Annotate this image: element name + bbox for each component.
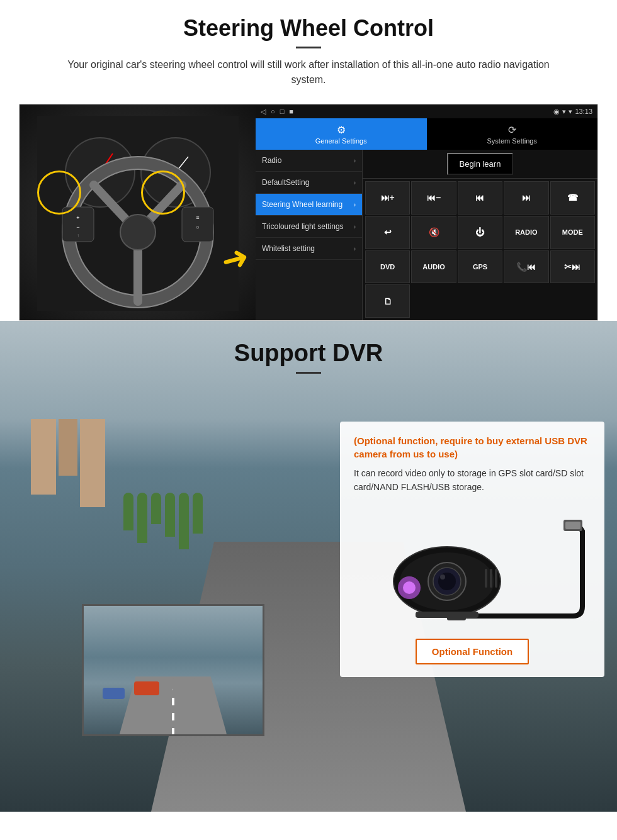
steering-wheel-section: Steering Wheel Control Your original car… xyxy=(0,0,617,321)
steering-demo-block: + − ↑ ≡ ○ ➜ ◁ ○ xyxy=(19,104,598,321)
building-1 xyxy=(31,419,56,495)
menu-tricoloured-label: Tricoloured light settings xyxy=(262,222,344,231)
svg-text:+: + xyxy=(76,215,79,221)
back-icon[interactable]: ◁ xyxy=(261,108,266,116)
menu-defaultsetting-label: DefaultSetting xyxy=(262,178,309,187)
begin-learn-button[interactable]: Begin learn xyxy=(447,153,514,175)
android-content: Radio › DefaultSetting › Steering Wheel … xyxy=(256,150,597,320)
home-icon[interactable]: ○ xyxy=(271,108,275,116)
svg-point-29 xyxy=(440,574,445,580)
dvr-preview-image xyxy=(82,604,264,736)
ctrl-prev-track[interactable]: ⏮ xyxy=(458,181,502,215)
location-icon: ◉ xyxy=(553,108,560,116)
dvr-optional-text: (Optional function, require to buy exter… xyxy=(354,434,591,461)
menu-steering-label: Steering Wheel learning xyxy=(262,200,342,209)
chevron-right-icon-3: › xyxy=(354,201,356,208)
menu-item-whitelist[interactable]: Whitelist setting › xyxy=(256,238,362,260)
tree-2 xyxy=(137,493,147,543)
tree-1 xyxy=(123,493,133,530)
ctrl-extra[interactable]: 🗋 xyxy=(365,284,410,318)
svg-rect-20 xyxy=(103,688,125,699)
tree-5 xyxy=(179,493,189,549)
status-right: ◉ ▾ ▾ 13:13 xyxy=(553,108,592,116)
svg-rect-23 xyxy=(565,522,580,529)
dvr-camera-image xyxy=(354,503,591,629)
tree-6 xyxy=(193,493,203,534)
dvr-background: Support DVR (Optional function, require … xyxy=(0,321,617,812)
ctrl-audio[interactable]: AUDIO xyxy=(411,250,456,284)
building-3 xyxy=(80,419,105,507)
wifi-icon: ▾ xyxy=(569,108,572,116)
android-ui-panel: ◁ ○ □ ■ ◉ ▾ ▾ 13:13 ⚙ General Settings xyxy=(256,104,597,320)
dvr-section: Support DVR (Optional function, require … xyxy=(0,321,617,812)
ctrl-next-track[interactable]: ⏭ xyxy=(504,181,548,215)
ctrl-cut-next[interactable]: ✂⏭ xyxy=(550,250,595,284)
dvr-divider xyxy=(296,372,321,374)
menu-item-tricoloured[interactable]: Tricoloured light settings › xyxy=(256,216,362,238)
control-buttons-grid: ⏭+ ⏮− ⏮ ⏭ ☎ ↩ 🔇 ⏻ RADIO MODE DVD AUDIO G… xyxy=(363,179,597,320)
menu-item-default-setting[interactable]: DefaultSetting › xyxy=(256,172,362,194)
begin-learn-row: Begin learn xyxy=(363,150,597,179)
ctrl-vol-up[interactable]: ⏭+ xyxy=(365,181,410,215)
android-tabs: ⚙ General Settings ⟳ System Settings xyxy=(256,118,597,150)
ctrl-gps[interactable]: GPS xyxy=(458,250,502,284)
dvr-preview-scene xyxy=(84,606,263,734)
svg-rect-33 xyxy=(485,569,487,588)
tree-3 xyxy=(151,493,161,524)
svg-point-31 xyxy=(403,581,416,594)
svg-rect-19 xyxy=(172,678,196,691)
ctrl-back[interactable]: ↩ xyxy=(365,216,410,249)
dvr-trees xyxy=(123,493,203,549)
menu-item-radio[interactable]: Radio › xyxy=(256,150,362,172)
svg-rect-32 xyxy=(416,612,478,618)
tab-system-settings[interactable]: ⟳ System Settings xyxy=(427,118,598,150)
steering-description: Your original car's steering wheel contr… xyxy=(50,57,567,87)
time-display: 13:13 xyxy=(575,108,592,115)
svg-rect-18 xyxy=(134,681,159,695)
chevron-right-icon-2: › xyxy=(354,179,356,186)
tab-general-settings[interactable]: ⚙ General Settings xyxy=(256,118,427,150)
dvr-header-overlay: Support DVR xyxy=(0,340,617,379)
gear-icon: ⚙ xyxy=(337,124,346,136)
tree-4 xyxy=(165,493,175,537)
ctrl-phone[interactable]: ☎ xyxy=(550,181,595,215)
ctrl-radio[interactable]: RADIO xyxy=(504,216,548,249)
android-statusbar: ◁ ○ □ ■ ◉ ▾ ▾ 13:13 xyxy=(256,104,597,118)
steering-header: Steering Wheel Control Your original car… xyxy=(0,0,617,94)
android-main-panel: Begin learn ⏭+ ⏮− ⏮ ⏭ ☎ ↩ 🔇 ⏻ RADIO MODE… xyxy=(363,150,597,320)
signal-icon: ▾ xyxy=(562,108,566,116)
refresh-icon: ⟳ xyxy=(508,124,516,136)
steering-wheel-photo: + − ↑ ≡ ○ ➜ xyxy=(20,104,256,321)
svg-text:○: ○ xyxy=(196,224,199,230)
svg-point-10 xyxy=(120,215,156,250)
steering-title: Steering Wheel Control xyxy=(38,15,579,42)
ctrl-power[interactable]: ⏻ xyxy=(458,216,502,249)
chevron-right-icon-5: › xyxy=(354,245,356,252)
svg-text:↑: ↑ xyxy=(77,233,79,238)
menu-item-steering-wheel[interactable]: Steering Wheel learning › xyxy=(256,194,362,216)
ctrl-mode[interactable]: MODE xyxy=(550,216,595,249)
ctrl-vol-down[interactable]: ⏮− xyxy=(411,181,456,215)
dvr-info-card: (Optional function, require to buy exter… xyxy=(340,422,604,677)
dvr-buildings xyxy=(31,419,105,507)
ctrl-mute[interactable]: 🔇 xyxy=(411,216,456,249)
recents-icon[interactable]: □ xyxy=(280,108,285,116)
yellow-highlight-left xyxy=(37,171,81,215)
ctrl-phone-prev[interactable]: 📞⏮ xyxy=(504,250,548,284)
android-side-menu: Radio › DefaultSetting › Steering Wheel … xyxy=(256,150,363,320)
optional-function-button[interactable]: Optional Function xyxy=(416,639,529,664)
svg-rect-35 xyxy=(495,569,497,588)
preview-vehicles-svg xyxy=(84,606,263,734)
dvr-title: Support DVR xyxy=(0,340,617,367)
yellow-highlight-right xyxy=(141,171,185,215)
ctrl-dvd[interactable]: DVD xyxy=(365,250,410,284)
svg-text:−: − xyxy=(76,224,79,230)
dvr-camera-svg xyxy=(359,506,586,625)
svg-text:≡: ≡ xyxy=(196,215,199,221)
tab-general-label: General Settings xyxy=(315,137,367,145)
menu-whitelist-label: Whitelist setting xyxy=(262,244,315,253)
menu-icon[interactable]: ■ xyxy=(289,108,293,116)
chevron-right-icon-4: › xyxy=(354,223,356,230)
dvr-description: It can record video only to storage in G… xyxy=(354,467,591,494)
svg-rect-34 xyxy=(490,569,492,588)
